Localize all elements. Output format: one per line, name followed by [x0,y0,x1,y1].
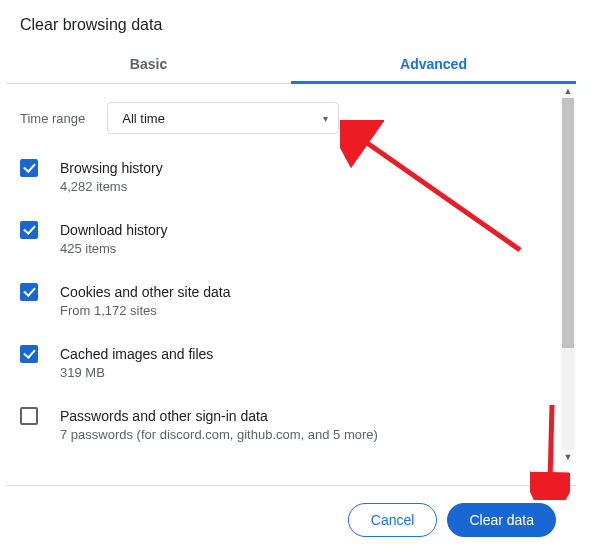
time-range-row: Time range All time ▾ [20,102,550,134]
item-subtitle: From 1,172 sites [60,302,230,320]
item-title: Cached images and files [60,344,213,364]
item-subtitle: 319 MB [60,364,213,382]
list-item: Download history 425 items [20,220,550,258]
list-item: Passwords and other sign-in data 7 passw… [20,406,550,444]
dialog-footer: Cancel Clear data [6,485,576,553]
item-subtitle: 4,282 items [60,178,163,196]
dialog-content: Time range All time ▾ Browsing history 4… [6,84,560,464]
checkbox-cache[interactable] [20,345,38,363]
list-item: Cookies and other site data From 1,172 s… [20,282,550,320]
checkbox-download-history[interactable] [20,221,38,239]
item-subtitle: 425 items [60,240,167,258]
time-range-label: Time range [20,111,85,126]
tab-basic-label: Basic [130,56,167,72]
tabs: Basic Advanced [6,44,576,84]
scroll-thumb[interactable] [562,98,574,348]
item-title: Passwords and other sign-in data [60,406,378,426]
cancel-button[interactable]: Cancel [348,503,438,537]
clear-data-button-label: Clear data [469,512,534,528]
dialog-title: Clear browsing data [6,0,576,44]
clear-data-button[interactable]: Clear data [447,503,556,537]
tab-advanced[interactable]: Advanced [291,44,576,83]
scrollbar[interactable]: ▲ ▼ [560,84,576,464]
clear-browsing-data-dialog: Clear browsing data Basic Advanced Time … [6,0,576,464]
time-range-select[interactable]: All time ▾ [107,102,339,134]
tab-basic[interactable]: Basic [6,44,291,83]
chevron-down-icon: ▾ [323,113,328,124]
list-item: Browsing history 4,282 items [20,158,550,196]
scroll-up-icon[interactable]: ▲ [560,84,576,98]
cancel-button-label: Cancel [371,512,415,528]
item-title: Cookies and other site data [60,282,230,302]
scroll-down-icon[interactable]: ▼ [560,450,576,464]
tab-advanced-label: Advanced [400,56,467,72]
item-title: Browsing history [60,158,163,178]
item-title: Download history [60,220,167,240]
checkbox-cookies[interactable] [20,283,38,301]
time-range-value: All time [122,111,165,126]
checkbox-passwords[interactable] [20,407,38,425]
item-subtitle: 7 passwords (for discord.com, github.com… [60,426,378,444]
checkbox-browsing-history[interactable] [20,159,38,177]
list-item: Cached images and files 319 MB [20,344,550,382]
